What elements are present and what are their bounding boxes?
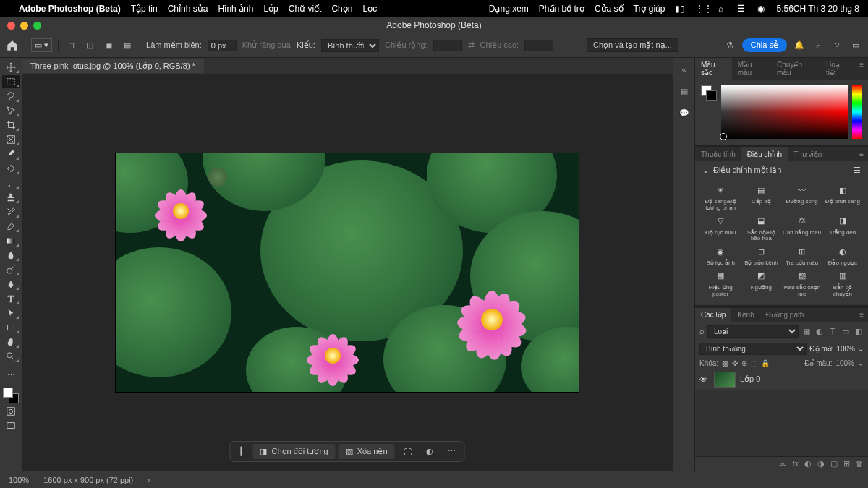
adjustment-4[interactable]: ▽Độ rực màu [701, 215, 740, 243]
new-group-icon[interactable]: ▢ [830, 459, 838, 468]
adjustment-9[interactable]: ⊟Bộ trộn kênh [741, 245, 780, 267]
menu-select[interactable]: Chọn [331, 4, 352, 14]
search-ps-icon[interactable]: ⌕ [812, 39, 825, 52]
history-brush-tool[interactable] [2, 205, 20, 218]
menu-plugins[interactable]: Phần bổ trợ [539, 4, 584, 14]
more-icon[interactable]: ⋯ [442, 444, 461, 459]
share-button[interactable]: Chia sẻ [742, 38, 787, 52]
comments-panel-icon[interactable]: 💬 [677, 106, 692, 120]
notifications-icon[interactable]: 🔔 [793, 39, 806, 52]
color-swatch-mini[interactable] [701, 85, 717, 101]
menu-image[interactable]: Hình ảnh [218, 4, 253, 14]
filter-type-select[interactable]: Loại [707, 325, 799, 338]
wifi-icon[interactable]: ⋮⋮ [695, 4, 705, 14]
zoom-tool[interactable] [2, 350, 20, 363]
filter-search-icon[interactable]: ⌕ [699, 327, 705, 335]
lock-pixels-icon[interactable]: ▩ [722, 359, 728, 367]
lasso-tool[interactable] [2, 90, 20, 103]
adjustment-7[interactable]: ◨Trắng đen [823, 215, 862, 243]
adjustment-13[interactable]: ◩Ngưỡng [741, 270, 780, 298]
window-maximize[interactable] [33, 22, 41, 30]
path-select-tool[interactable] [2, 307, 20, 320]
layer-row[interactable]: 👁 Lớp 0 [695, 369, 868, 390]
filter-shape-icon[interactable]: ▭ [841, 327, 851, 336]
swatches-tab[interactable]: Mẫu màu [732, 58, 771, 80]
type-tool[interactable] [2, 292, 20, 305]
filter-smart-icon[interactable]: ◧ [854, 327, 864, 336]
adjustment-0[interactable]: ☀Độ sáng/Độ tương phản [701, 184, 740, 212]
doc-info[interactable]: 1600 px x 900 px (72 ppi) [43, 476, 133, 484]
lock-artboard-icon[interactable]: ⊕ [741, 359, 747, 367]
blur-tool[interactable] [2, 249, 20, 262]
zoom-level[interactable]: 100% [9, 476, 29, 484]
search-icon[interactable]: ⌕ [715, 4, 726, 14]
remove-bg-button[interactable]: ▨Xóa nền [339, 444, 395, 459]
history-panel-icon[interactable]: ▦ [677, 84, 692, 98]
layers-tab[interactable]: Các lớp [695, 308, 731, 322]
properties-tab[interactable]: Thuộc tính [695, 147, 741, 161]
screenmode-toggle[interactable] [2, 419, 20, 432]
antialias-checkbox[interactable]: Khử răng cưa [242, 40, 291, 50]
adjustment-15[interactable]: ▥Bản đồ chuyển [823, 270, 862, 298]
layers-panel-menu[interactable]: ≡ [855, 308, 868, 322]
healing-tool[interactable] [2, 162, 20, 175]
selection-tool[interactable] [2, 104, 20, 117]
menu-view[interactable]: Dạng xem [489, 4, 529, 14]
transform-icon[interactable]: ⛶ [398, 445, 417, 459]
select-subject-button[interactable]: ◨Chọn đối tượng [252, 444, 335, 459]
layer-mask-icon[interactable]: ◐ [804, 459, 812, 468]
color-panel-menu[interactable]: ≡ [855, 58, 868, 80]
chevron-down-icon[interactable]: ⌄ [702, 166, 709, 175]
fill-value[interactable]: 100% [835, 359, 854, 367]
adjustment-6[interactable]: ⚖Cân bằng màu [783, 215, 822, 243]
marquee-preset[interactable]: ▭ ▾ [31, 38, 52, 52]
filter-pixel-icon[interactable]: ▦ [801, 327, 812, 336]
blend-mode-select[interactable]: Bình thường [699, 343, 807, 355]
feather-input[interactable] [208, 40, 237, 51]
stamp-tool[interactable] [2, 191, 20, 204]
lock-nest-icon[interactable]: ⬚ [751, 359, 757, 367]
edit-toolbar[interactable]: ⋯ [2, 369, 20, 382]
adjustment-1[interactable]: ▤Cấp độ [741, 184, 780, 212]
opacity-value[interactable]: 100% [836, 345, 855, 353]
menu-layer[interactable]: Lớp [263, 4, 278, 14]
siri-icon[interactable]: ◉ [756, 4, 766, 14]
layer-thumbnail[interactable] [714, 372, 736, 388]
adjustments-tab[interactable]: Điều chỉnh [741, 147, 788, 161]
crop-tool[interactable] [2, 119, 20, 132]
lock-all-icon[interactable]: 🔒 [761, 359, 770, 367]
menu-file[interactable]: Tập tin [131, 4, 158, 14]
selection-intersect-icon[interactable]: ▦ [121, 39, 134, 52]
channels-tab[interactable]: Kênh [731, 308, 760, 322]
move-tool[interactable] [2, 61, 20, 74]
beaker-icon[interactable]: ⚗ [723, 39, 736, 52]
window-minimize[interactable] [20, 22, 28, 30]
quickmask-toggle[interactable] [2, 405, 20, 418]
dodge-tool[interactable] [2, 263, 20, 276]
frame-tool[interactable] [2, 133, 20, 146]
control-center-icon[interactable]: ☰ [736, 4, 746, 14]
paths-tab[interactable]: Đường path [760, 308, 810, 322]
adjustment-2[interactable]: 〰Đường cong [783, 184, 822, 212]
filter-adjust-icon[interactable]: ◐ [814, 327, 825, 336]
hue-slider[interactable] [852, 85, 862, 139]
adjustment-8[interactable]: ◉Bộ lọc ảnh [701, 245, 740, 267]
workspace-icon[interactable]: ▭ [849, 39, 862, 52]
new-adjustment-icon[interactable]: ◑ [817, 459, 825, 468]
layer-name[interactable]: Lớp 0 [740, 374, 760, 384]
gradient-tool[interactable] [2, 234, 20, 247]
adjust-icon[interactable]: ◐ [420, 444, 439, 459]
select-mask-button[interactable]: Chọn và tạo mặt nạ... [587, 38, 678, 52]
pen-tool[interactable] [2, 278, 20, 291]
adjustment-10[interactable]: ⊞Tra cứu màu [783, 245, 822, 267]
collapse-icon[interactable]: « [677, 62, 692, 77]
battery-icon[interactable]: ▮▯ [675, 4, 685, 14]
adjust-panel-menu[interactable]: ≡ [855, 147, 868, 161]
menu-help[interactable]: Trợ giúp [634, 4, 665, 14]
marquee-tool[interactable] [2, 75, 20, 88]
menu-type[interactable]: Chữ viết [289, 4, 322, 14]
color-spectrum[interactable] [721, 85, 848, 139]
new-layer-icon[interactable]: ⊞ [843, 459, 850, 468]
patterns-tab[interactable]: Hoạ tiết [820, 58, 855, 80]
adjustment-3[interactable]: ◧Độ phơi sáng [823, 184, 862, 212]
